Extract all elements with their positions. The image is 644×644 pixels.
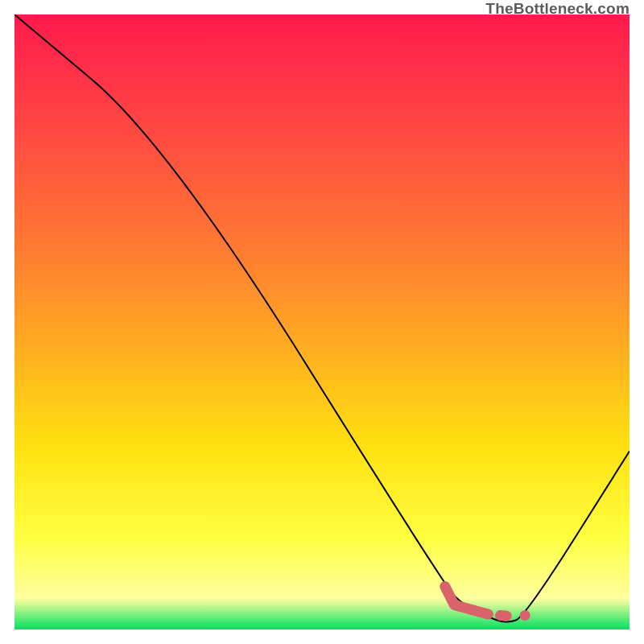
bottleneck-chart: TheBottleneck.com	[0, 0, 644, 644]
gradient-background	[14, 14, 630, 630]
watermark-text: TheBottleneck.com	[485, 0, 630, 18]
